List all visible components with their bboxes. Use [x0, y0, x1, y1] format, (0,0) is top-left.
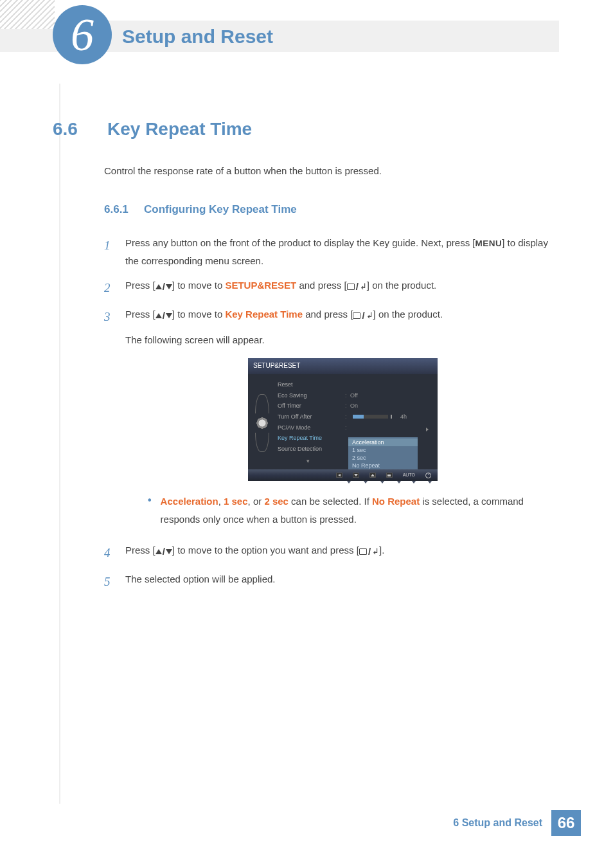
osd-item: Reset: [278, 379, 339, 390]
osd-back-icon: [336, 473, 342, 478]
footer-page-number: 66: [551, 810, 581, 836]
text: Press [: [125, 280, 155, 291]
gear-icon: [255, 416, 269, 430]
menu-target: SETUP&RESET: [225, 280, 296, 291]
note-bullet: • Acceleration, 1 sec, or 2 sec can be s…: [148, 493, 560, 529]
osd-bracket-icon: [255, 433, 269, 452]
step-1: 1 Press any button on the front of the p…: [104, 234, 560, 270]
osd-value: 4h: [400, 411, 407, 422]
osd-footer: AUTO: [248, 469, 438, 481]
corner-hatch: [0, 0, 55, 29]
osd-value: On: [350, 402, 358, 409]
step-number: 1: [104, 234, 114, 270]
text: ,: [218, 496, 224, 507]
section-number: 6.6: [53, 119, 88, 140]
text: Press [: [125, 545, 155, 556]
menu-button-label: MENU: [475, 239, 502, 248]
text: ].: [379, 545, 384, 556]
text: The selected option will be applied.: [125, 570, 560, 593]
text: ] to move to: [172, 309, 226, 320]
osd-value: Off: [350, 392, 358, 399]
text: Press any button on the front of the pro…: [125, 237, 475, 248]
up-down-icon: /: [155, 543, 172, 561]
osd-item: Turn Off After: [278, 411, 339, 422]
subsection-title: Configuring Key Repeat Time: [144, 203, 297, 216]
osd-menu-list: Reset Eco Saving Off Timer Turn Off Afte…: [278, 379, 339, 467]
osd-item-selected: Key Repeat Time: [278, 433, 339, 444]
osd-scroll-down-icon: ▾: [278, 456, 339, 467]
osd-item: Source Detection: [278, 444, 339, 455]
enter-icon: /↲: [359, 543, 379, 561]
osd-item: Off Timer: [278, 401, 339, 411]
step-2: 2 Press [/] to move to SETUP&RESET and p…: [104, 276, 560, 299]
enter-icon: /↲: [353, 307, 373, 325]
subsection-number: 6.6.1: [104, 203, 130, 216]
page-footer: 6 Setup and Reset 66: [453, 810, 581, 836]
osd-option: No Repeat: [352, 462, 414, 469]
osd-option: 2 sec: [352, 454, 414, 462]
option-name: 2 sec: [264, 496, 289, 507]
text: can be selected. If: [289, 496, 372, 507]
option-name: Acceleration: [161, 496, 218, 507]
following-text: The following screen will appear.: [125, 331, 560, 349]
step-number: 4: [104, 541, 114, 564]
osd-enter-icon: [386, 473, 393, 478]
power-icon: [425, 473, 431, 478]
up-down-icon: /: [155, 307, 172, 325]
text: Press [: [125, 309, 155, 320]
text: and press [: [296, 280, 346, 291]
section-title: Key Repeat Time: [107, 119, 252, 140]
option-name: 1 sec: [224, 496, 248, 507]
step-3: 3 Press [/] to move to Key Repeat Time a…: [104, 305, 560, 535]
step-number: 5: [104, 570, 114, 593]
osd-dropdown: Acceleration 1 sec 2 sec No Repeat: [348, 437, 418, 471]
text: , or: [248, 496, 265, 507]
step-4: 4 Press [/] to move to the option you wa…: [104, 541, 560, 564]
arrow-right-icon: [426, 428, 429, 431]
osd-auto-label: AUTO: [403, 471, 415, 480]
enter-icon: /↲: [347, 278, 367, 296]
chapter-title: Setup and Reset: [122, 21, 273, 52]
osd-bracket-icon: [255, 394, 269, 413]
osd-up-icon: [369, 473, 376, 478]
text: ] to move to: [172, 280, 226, 291]
chapter-number-badge: 6: [53, 5, 112, 64]
osd-item: PC/AV Mode: [278, 422, 339, 433]
text: and press [: [303, 309, 353, 320]
osd-item: Eco Saving: [278, 390, 339, 401]
osd-slider: [353, 415, 388, 419]
osd-screenshot: SETUP&RESET Reset Eco Saving Off Timer T…: [248, 358, 438, 481]
text: ] on the product.: [373, 309, 443, 320]
option-name: No Repeat: [372, 496, 420, 507]
osd-values: :Off :On : 4h : Acceleration 1 sec 2 sec…: [345, 379, 432, 467]
osd-option-selected: Acceleration: [348, 439, 418, 446]
menu-target: Key Repeat Time: [225, 309, 303, 320]
up-down-icon: /: [155, 278, 172, 296]
text: ] to move to the option you want and pre…: [172, 545, 359, 556]
step-5: 5 The selected option will be applied.: [104, 570, 560, 593]
osd-title: SETUP&RESET: [248, 358, 438, 374]
text: ] on the product.: [367, 280, 436, 291]
step-number: 3: [104, 305, 114, 535]
footer-chapter: 6 Setup and Reset: [453, 817, 542, 829]
step-number: 2: [104, 276, 114, 299]
osd-option: 1 sec: [352, 446, 414, 454]
section-intro: Control the response rate of a button wh…: [104, 165, 560, 176]
osd-down-icon: [353, 473, 359, 478]
bullet-icon: •: [148, 493, 152, 529]
